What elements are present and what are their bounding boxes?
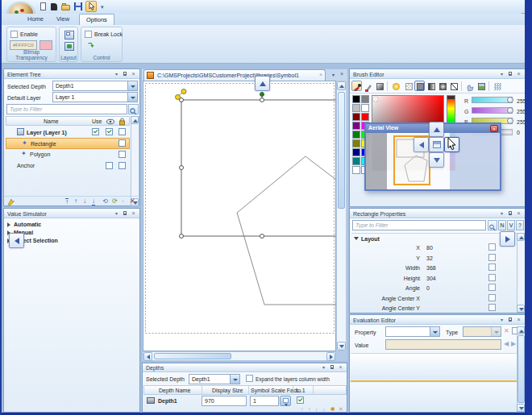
property-row[interactable]: Height 304 [351, 274, 517, 284]
open-folder-icon[interactable] [61, 2, 71, 11]
slider-thumb[interactable] [507, 118, 513, 124]
property-row[interactable]: Angle Center Y [351, 304, 517, 313]
tree-row-anchor[interactable]: Anchor [6, 160, 130, 172]
close-icon[interactable] [515, 317, 522, 324]
scroll-up-icon[interactable] [517, 326, 525, 334]
scale-dropdown-button[interactable] [280, 396, 291, 406]
tree-row-rectangle[interactable]: ✦ Rectangle [6, 138, 130, 149]
image-brush-icon[interactable] [476, 81, 486, 91]
property-combo[interactable] [385, 326, 440, 337]
import-icon[interactable] [50, 2, 59, 11]
layout-tool-icon[interactable] [64, 42, 74, 51]
name-column-header[interactable]: Name [44, 118, 59, 125]
tree-row-polygon[interactable]: ✦ Polygon [6, 149, 130, 160]
resize-handle[interactable] [180, 166, 184, 170]
dock-top-guide[interactable] [255, 76, 270, 91]
property-checkbox[interactable] [488, 243, 496, 251]
red-slider[interactable] [472, 97, 513, 103]
palette-swatch[interactable] [361, 95, 369, 103]
scroll-down-icon[interactable] [517, 305, 525, 313]
gradient-brush-icon[interactable] [374, 81, 384, 91]
move-up-icon[interactable]: ↑ [308, 406, 311, 413]
value-field[interactable] [385, 339, 501, 350]
add-depth-icon[interactable]: ✱ [330, 406, 335, 413]
palette-swatch[interactable] [361, 113, 369, 121]
property-row[interactable]: Angle 0 [351, 284, 517, 293]
move-to-bottom-icon[interactable]: ↓ [92, 198, 95, 205]
move-to-bottom-icon[interactable]: ↓ [322, 406, 326, 413]
layer-header[interactable]: L..1 [296, 387, 305, 394]
delete-icon[interactable]: ✕ [130, 198, 135, 205]
property-checkbox[interactable] [488, 254, 496, 261]
palette-swatch[interactable] [352, 157, 360, 165]
palette-swatch[interactable] [352, 139, 360, 147]
slider-thumb[interactable] [507, 107, 513, 114]
dock-cluster-bottom-button[interactable] [429, 152, 444, 168]
window-position-icon[interactable] [113, 210, 120, 218]
rotate-left-icon[interactable]: ⟲ [102, 198, 108, 205]
resize-handle[interactable] [180, 234, 184, 239]
resize-handle[interactable] [260, 234, 264, 239]
scroll-up-icon[interactable] [131, 116, 139, 124]
linear-gradient-icon[interactable] [426, 81, 436, 91]
use-checkbox[interactable] [92, 128, 99, 135]
scrollbar-thumb[interactable] [154, 353, 231, 359]
visibility-icon[interactable] [106, 118, 114, 125]
scroll-right-icon[interactable] [326, 352, 335, 361]
green-slider[interactable] [472, 107, 513, 114]
palette-swatch[interactable] [352, 166, 360, 174]
close-icon[interactable] [130, 71, 137, 78]
expand-layers-checkbox[interactable] [246, 375, 253, 382]
tree-scrollbar[interactable] [131, 116, 139, 206]
property-checkbox[interactable] [488, 264, 496, 271]
properties-filter-input[interactable] [352, 220, 486, 230]
resize-handle[interactable] [260, 98, 264, 102]
pin-icon[interactable] [506, 71, 513, 78]
lock-icon[interactable] [118, 118, 126, 126]
radial-gradient-icon[interactable] [437, 81, 447, 91]
close-icon[interactable] [515, 210, 522, 218]
rotate-right-icon[interactable]: ⟳ [112, 198, 118, 205]
anchor-tool-icon[interactable] [7, 198, 15, 205]
dock-left-guide[interactable] [9, 233, 24, 248]
brush-icon[interactable] [351, 81, 362, 91]
save-icon[interactable] [74, 2, 83, 11]
dock-cluster-top-button[interactable] [429, 122, 444, 137]
chevron-down-icon[interactable] [127, 81, 137, 90]
default-layer-combo[interactable]: Layer 1 [52, 92, 138, 102]
chevron-down-icon[interactable] [230, 375, 239, 384]
property-checkbox[interactable] [488, 304, 496, 311]
property-value[interactable]: 304 [426, 275, 436, 282]
filter-help-button[interactable]: ? [516, 220, 524, 230]
layer-checkbox[interactable] [297, 396, 304, 404]
canvas-vertical-scrollbar[interactable] [336, 81, 347, 351]
apply-hand-icon[interactable] [464, 81, 475, 91]
property-row[interactable]: Width 368 [351, 264, 517, 273]
window-position-icon[interactable] [320, 364, 327, 371]
clear-icon[interactable]: ✕ [504, 327, 509, 334]
close-icon[interactable]: × [490, 125, 498, 132]
delete-depth-icon[interactable]: ✕ [339, 406, 343, 413]
enable-checkbox[interactable] [10, 31, 18, 38]
scrollbar-thumb[interactable] [338, 92, 345, 209]
window-position-icon[interactable] [498, 71, 505, 78]
previous-arrow-icon[interactable]: ◀ [504, 340, 509, 347]
tab-close-icon[interactable]: × [319, 72, 322, 77]
palette-swatch[interactable] [361, 104, 369, 112]
select-arrow-button[interactable] [85, 1, 97, 12]
scrollbar-thumb[interactable] [517, 335, 525, 403]
qat-customize-icon[interactable]: ▾ [101, 3, 104, 10]
palette-swatch[interactable] [352, 104, 360, 112]
lock-checkbox[interactable] [118, 128, 126, 135]
slider-thumb[interactable] [507, 97, 513, 103]
empty-fill-icon[interactable] [448, 81, 459, 91]
move-down-icon[interactable]: ↓ [83, 198, 86, 205]
document-tab[interactable]: C:\GMSProjects\GMSCustomerProject\librar… [143, 69, 326, 81]
properties-scrollbar[interactable] [517, 233, 526, 313]
filter-value-button[interactable]: V [507, 220, 515, 230]
depth-row[interactable]: Depth1 [143, 395, 347, 407]
drawing-canvas[interactable] [143, 81, 336, 351]
tab-list-icon[interactable]: ▾ [332, 72, 335, 77]
layout-tool-icon[interactable] [64, 31, 74, 39]
property-value[interactable]: 368 [426, 264, 436, 272]
